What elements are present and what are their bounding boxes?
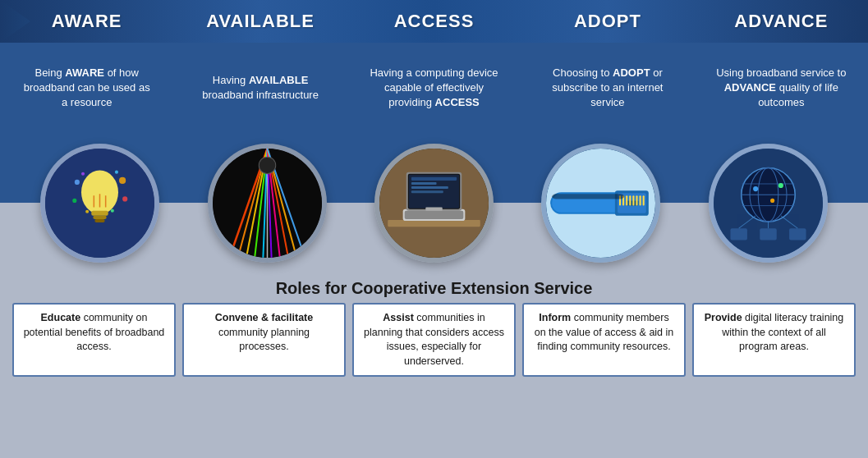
desc-access-text: Having a computing device capable of eff… <box>369 66 500 111</box>
svg-point-72 <box>778 182 783 187</box>
header-title-adopt: ADOPT <box>574 11 641 32</box>
desc-aware: Being AWARE of how broadband can be used… <box>0 43 173 133</box>
role-convene-bold: Convene & facilitate <box>215 312 313 323</box>
main-container: AWARE AVAILABLE ACCESS ADOPT ADVANCE Bei… <box>0 0 868 458</box>
svg-rect-40 <box>411 186 448 189</box>
circle-adopt <box>541 144 660 263</box>
description-row: Being AWARE of how broadband can be used… <box>0 43 868 133</box>
roles-cards: Educate community on potential benefits … <box>0 303 868 385</box>
svg-point-71 <box>753 186 758 191</box>
role-card-convene: Convene & facilitate community planning … <box>182 303 346 377</box>
svg-rect-38 <box>411 176 457 180</box>
roles-title: Roles for Cooperative Extension Service <box>276 273 593 303</box>
role-provide-bold: Provide <box>705 312 742 323</box>
svg-point-10 <box>119 176 126 183</box>
svg-rect-51 <box>627 195 628 205</box>
top-header: AWARE AVAILABLE ACCESS ADOPT ADVANCE <box>0 0 868 43</box>
role-convene-rest: community planning processes. <box>218 327 310 353</box>
svg-point-13 <box>81 172 85 175</box>
svg-rect-56 <box>643 195 645 205</box>
svg-rect-39 <box>411 181 437 184</box>
desc-access: Having a computing device capable of eff… <box>347 43 521 133</box>
role-card-assist: Assist communities in planning that cons… <box>352 303 516 377</box>
svg-point-11 <box>72 198 76 202</box>
role-assist-bold: Assist <box>383 312 414 323</box>
svg-rect-41 <box>411 190 443 193</box>
svg-rect-65 <box>730 228 746 240</box>
circle-aware <box>40 144 159 263</box>
svg-rect-55 <box>640 195 641 205</box>
circle-access <box>374 144 494 263</box>
svg-point-73 <box>770 198 774 202</box>
desc-aware-text: Being AWARE of how broadband can be used… <box>21 66 153 111</box>
svg-rect-4 <box>94 215 107 218</box>
circle-available <box>208 144 327 263</box>
desc-advance: Using broadband service to ADVANCE quali… <box>695 43 868 133</box>
svg-point-15 <box>85 209 89 213</box>
desc-available: Having AVAILABLE broadband infrastructur… <box>173 43 347 133</box>
circles-row <box>0 133 868 273</box>
role-inform-bold: Inform <box>539 312 571 323</box>
svg-rect-67 <box>789 228 806 240</box>
svg-rect-42 <box>425 207 442 210</box>
header-col-advance: ADVANCE <box>695 4 868 39</box>
header-col-available: AVAILABLE <box>173 4 347 39</box>
svg-point-12 <box>122 196 127 201</box>
svg-rect-54 <box>636 195 638 205</box>
header-col-access: ACCESS <box>347 4 521 39</box>
role-card-provide: Provide digital literacy training within… <box>692 303 856 377</box>
svg-point-14 <box>115 170 118 173</box>
svg-point-16 <box>111 208 114 212</box>
circle-advance <box>709 144 828 263</box>
svg-rect-5 <box>95 218 105 222</box>
bottom-section: Roles for Cooperative Extension Service … <box>0 273 868 458</box>
svg-rect-57 <box>553 194 625 199</box>
desc-available-text: Having AVAILABLE broadband infrastructur… <box>195 73 326 103</box>
svg-rect-34 <box>405 210 464 218</box>
svg-rect-3 <box>91 210 108 215</box>
svg-point-2 <box>81 170 118 213</box>
role-educate-bold: Educate <box>41 312 81 323</box>
header-col-adopt: ADOPT <box>521 4 694 39</box>
role-card-inform: Inform community members on the value of… <box>522 303 686 377</box>
header-title-advance: ADVANCE <box>734 11 828 32</box>
svg-rect-32 <box>388 219 480 226</box>
role-card-educate: Educate community on potential benefits … <box>12 303 176 377</box>
svg-rect-52 <box>630 195 631 205</box>
desc-adopt-text: Choosing to ADOPT or subscribe to an int… <box>542 66 673 111</box>
desc-adopt: Choosing to ADOPT or subscribe to an int… <box>521 43 694 133</box>
svg-point-9 <box>75 179 80 184</box>
header-title-access: ACCESS <box>394 11 475 32</box>
desc-advance-text: Using broadband service to ADVANCE quali… <box>715 66 847 111</box>
svg-rect-53 <box>633 195 635 205</box>
header-title-available: AVAILABLE <box>206 11 315 32</box>
svg-rect-66 <box>760 228 776 240</box>
header-col-aware: AWARE <box>0 4 173 39</box>
header-title-aware: AWARE <box>52 11 122 32</box>
